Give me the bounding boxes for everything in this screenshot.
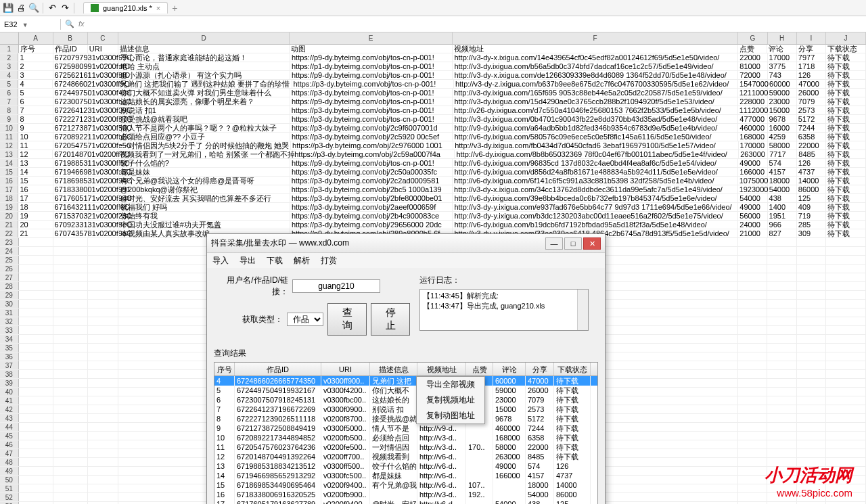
- add-tab-icon[interactable]: +: [172, 3, 177, 14]
- cell[interactable]: 1211000: [738, 89, 768, 97]
- cell[interactable]: [738, 238, 767, 246]
- cell[interactable]: [797, 300, 826, 308]
- cell[interactable]: 9678: [768, 115, 797, 123]
- cell[interactable]: [826, 449, 866, 457]
- cell[interactable]: [826, 265, 866, 273]
- cell[interactable]: [88, 352, 118, 361]
- cell[interactable]: [797, 432, 826, 440]
- cell[interactable]: https://p3-dy.byteimg.com/obj/2bc5 1000a…: [290, 185, 453, 193]
- context-menu-item[interactable]: 复制动图地址: [417, 408, 484, 423]
- results-row[interactable]: 46724866026665774350v0300ff900..兄弟们 这把ht…: [214, 376, 597, 386]
- cell[interactable]: http://v3-dy.ixigua.com/165f695 9053c88e…: [453, 89, 738, 97]
- cell[interactable]: 6707435781v0200f9aC: [53, 229, 89, 237]
- cell[interactable]: 3: [18, 71, 53, 79]
- cell[interactable]: 81000: [738, 62, 767, 70]
- row-number[interactable]: 14: [0, 159, 18, 167]
- cell[interactable]: [88, 467, 118, 475]
- cell[interactable]: [797, 388, 826, 396]
- row-number[interactable]: 7: [0, 97, 18, 106]
- cell[interactable]: [826, 396, 866, 405]
- cell[interactable]: [88, 423, 118, 431]
- results-col-header[interactable]: 评论: [493, 363, 526, 375]
- cell[interactable]: 6719885311v0300ff5C: [53, 159, 89, 167]
- cell[interactable]: 待下载: [826, 212, 866, 220]
- cell[interactable]: 6717605171v0200f94C: [53, 194, 89, 202]
- cell[interactable]: [797, 247, 826, 255]
- cell[interactable]: [826, 335, 866, 343]
- cell[interactable]: [89, 229, 119, 237]
- cell[interactable]: https://p3-dy.byteimg.com/obj/29656000 2…: [290, 221, 453, 229]
- row-number[interactable]: 25: [0, 256, 19, 264]
- col-header[interactable]: J: [826, 32, 866, 44]
- cell[interactable]: 这姑娘长的属实漂亮，像哪个明星来着？: [119, 97, 290, 106]
- cell[interactable]: 54000: [738, 194, 767, 202]
- cell[interactable]: [88, 238, 118, 246]
- context-menu-item[interactable]: 导出全部视频: [417, 377, 484, 392]
- cell[interactable]: 56000: [738, 212, 767, 220]
- cell[interactable]: [738, 352, 767, 361]
- cell[interactable]: [53, 291, 88, 299]
- cell[interactable]: 14000: [797, 177, 826, 185]
- cell[interactable]: [738, 344, 767, 352]
- cell[interactable]: [738, 326, 767, 334]
- cell[interactable]: [19, 379, 53, 387]
- cell[interactable]: [797, 265, 826, 273]
- cell[interactable]: [53, 476, 88, 484]
- cell[interactable]: http://v3-dy-y.ixigua.com/e937fad676e5bb…: [453, 203, 738, 211]
- cell[interactable]: [53, 423, 88, 431]
- cell[interactable]: 6725621611v0300f8fC: [53, 71, 89, 79]
- cell[interactable]: [19, 370, 53, 378]
- cell[interactable]: http://v3-dy-x.ixigua.com/de1266309339e8…: [453, 71, 738, 79]
- cell[interactable]: [19, 308, 53, 317]
- cell[interactable]: 7: [18, 106, 53, 114]
- cell[interactable]: 平心而论，普通家庭谁能结的起这婚！: [119, 53, 290, 62]
- cell[interactable]: [53, 335, 88, 343]
- cell[interactable]: [738, 467, 767, 475]
- cell[interactable]: 1923000: [738, 185, 768, 193]
- cell[interactable]: https://p3-dy.byteimg.com/obj/2bfe80000b…: [290, 194, 453, 202]
- cell[interactable]: 13: [18, 159, 53, 167]
- results-col-header[interactable]: URI: [321, 363, 370, 375]
- results-col-header[interactable]: 下载状态: [554, 363, 591, 375]
- row-number[interactable]: 29: [0, 291, 19, 299]
- cell[interactable]: 6358: [797, 133, 826, 141]
- cell[interactable]: 待下载: [826, 221, 866, 229]
- cell[interactable]: 待下载: [826, 159, 866, 167]
- cell[interactable]: [89, 212, 119, 220]
- cell[interactable]: [797, 256, 826, 264]
- cell[interactable]: 460000: [738, 124, 767, 132]
- menu-item[interactable]: 解析: [294, 255, 310, 267]
- cell[interactable]: [53, 405, 88, 413]
- row-number[interactable]: 38: [0, 370, 19, 378]
- cell[interactable]: 待下载: [826, 53, 866, 62]
- name-box[interactable]: E32 ▼: [0, 19, 61, 30]
- results-row[interactable]: 76722641237196672269v0300f0900..别说话 扣150…: [214, 405, 597, 414]
- cell[interactable]: 438: [768, 194, 797, 202]
- cell[interactable]: [738, 370, 767, 378]
- cell[interactable]: 视频我看到了一对兄弟们，哈哈 别紧张 一个都跑不掉: [118, 150, 293, 158]
- cell[interactable]: [767, 265, 796, 273]
- cell[interactable]: [767, 379, 796, 387]
- cell[interactable]: [738, 247, 767, 255]
- cell[interactable]: [89, 53, 119, 62]
- cell[interactable]: 285: [797, 221, 826, 229]
- cell[interactable]: [826, 308, 866, 317]
- cell[interactable]: 待下载: [826, 168, 866, 176]
- cell[interactable]: [19, 476, 53, 484]
- cell[interactable]: [767, 423, 796, 431]
- cell[interactable]: 6725980991v0200fdfC: [53, 62, 89, 70]
- redo-icon[interactable]: ↷: [60, 3, 70, 14]
- undo-icon[interactable]: ↶: [47, 3, 58, 14]
- cell[interactable]: http://v6-dy.ixigua.com/8b8b65032369 78f…: [455, 150, 739, 158]
- header-cell[interactable]: 描述信息: [118, 45, 290, 53]
- cell[interactable]: [826, 414, 866, 422]
- row-number[interactable]: 3: [0, 62, 18, 70]
- cell[interactable]: 一对情侣因为5块2分手了 分的时候他抽的鞭炮 她哭: [119, 141, 291, 150]
- row-number[interactable]: 40: [0, 388, 19, 396]
- cell[interactable]: [19, 238, 53, 246]
- cell[interactable]: 59000: [768, 89, 797, 97]
- row-number[interactable]: 37: [0, 361, 19, 369]
- cell[interactable]: 743: [768, 71, 797, 79]
- cell[interactable]: https://p9-dy.byteimg.com/obj/tos-cn-p-0…: [290, 53, 453, 62]
- row-number[interactable]: 36: [0, 352, 19, 361]
